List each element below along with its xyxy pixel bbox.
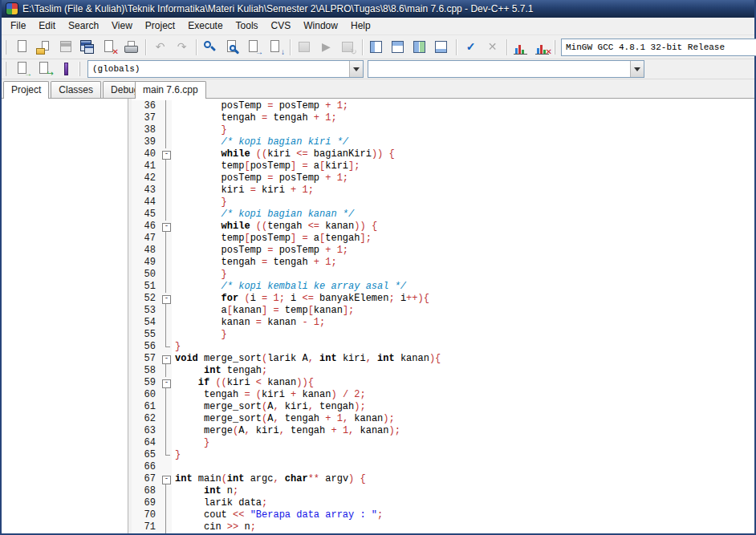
- line-number[interactable]: 51: [132, 281, 161, 293]
- code-line[interactable]: 66: [132, 461, 754, 473]
- line-number[interactable]: 52: [132, 293, 161, 305]
- code-line[interactable]: 41 temp[posTemp] = a[kiri];: [132, 160, 754, 172]
- line-number[interactable]: 58: [132, 365, 161, 377]
- save-all-button[interactable]: [78, 38, 98, 57]
- open-file-button[interactable]: [35, 38, 55, 57]
- code-line[interactable]: 49 tengah = tengah + 1;: [132, 257, 754, 269]
- line-number[interactable]: 57: [132, 353, 161, 365]
- editor-tab-main[interactable]: main 7.6.cpp: [135, 81, 206, 99]
- line-number[interactable]: 59: [132, 377, 161, 389]
- code-line[interactable]: 59 if ((kiri < kanan)){: [132, 377, 754, 389]
- panel-tab-classes[interactable]: Classes: [51, 81, 101, 98]
- code-line[interactable]: 46 while ((tengah <= kanan)) {: [132, 221, 754, 233]
- code-line[interactable]: 61 merge_sort(A, kiri, tengah);: [132, 401, 754, 413]
- line-number[interactable]: 48: [132, 245, 161, 257]
- menu-search[interactable]: Search: [62, 18, 105, 34]
- toolbar-grip[interactable]: [79, 62, 82, 76]
- code-line[interactable]: 69 larik data;: [132, 497, 754, 509]
- line-number[interactable]: 63: [132, 425, 161, 437]
- code-area[interactable]: 36 posTemp = posTemp + 1;37 tengah = ten…: [132, 99, 754, 533]
- line-number[interactable]: 62: [132, 413, 161, 425]
- line-number[interactable]: 49: [132, 257, 161, 269]
- line-number[interactable]: 67: [132, 473, 161, 485]
- line-number[interactable]: 56: [132, 341, 161, 353]
- menu-window[interactable]: Window: [297, 18, 344, 34]
- find-button[interactable]: [201, 38, 221, 57]
- code-line[interactable]: 56}: [132, 341, 754, 353]
- code-line[interactable]: 58 int tengah;: [132, 365, 754, 377]
- code-line[interactable]: 60 tengah = (kiri + kanan) / 2;: [132, 389, 754, 401]
- toggle-bookmark-button[interactable]: [56, 59, 76, 79]
- syntax-check-button[interactable]: ✓: [461, 38, 481, 57]
- line-number[interactable]: 71: [132, 521, 161, 533]
- line-number[interactable]: 47: [132, 233, 161, 245]
- line-number[interactable]: 38: [132, 124, 161, 136]
- code-line[interactable]: 68 int n;: [132, 485, 754, 497]
- delete-profiling-data-button[interactable]: ✕: [533, 38, 553, 57]
- replace-button[interactable]: [222, 38, 242, 57]
- scope-combo[interactable]: (globals): [87, 60, 364, 78]
- fold-toggle[interactable]: [161, 293, 172, 305]
- toolbar-grip[interactable]: [5, 40, 8, 55]
- line-number[interactable]: 45: [132, 209, 161, 221]
- code-line[interactable]: 40 while ((kiri <= bagianKiri)) {: [132, 148, 754, 160]
- code-line[interactable]: 43 kiri = kiri + 1;: [132, 184, 754, 197]
- line-number[interactable]: 37: [132, 112, 161, 124]
- line-number[interactable]: 43: [132, 184, 161, 197]
- view-project-manager-button[interactable]: [367, 38, 387, 57]
- fold-toggle[interactable]: [161, 353, 172, 365]
- compiler-combo[interactable]: MinGW GCC 4.8.1 32-bit Release: [561, 39, 756, 56]
- goto-line-button[interactable]: ↓: [266, 38, 286, 57]
- fold-toggle[interactable]: [161, 473, 172, 485]
- line-number[interactable]: 41: [132, 160, 161, 172]
- code-line[interactable]: 37 tengah = tengah + 1;: [132, 112, 754, 124]
- code-line[interactable]: 70 cout << "Berapa data array : ";: [132, 509, 754, 521]
- fold-toggle[interactable]: [161, 148, 172, 160]
- code-line[interactable]: 57void merge_sort(larik A, int kiri, int…: [132, 353, 754, 365]
- menu-view[interactable]: View: [105, 18, 139, 34]
- panel-tab-project[interactable]: Project: [3, 81, 49, 99]
- line-number[interactable]: 53: [132, 305, 161, 317]
- fold-toggle[interactable]: [161, 221, 172, 233]
- code-line[interactable]: 36 posTemp = posTemp + 1;: [132, 100, 754, 112]
- view-statusbar-button[interactable]: [432, 38, 452, 57]
- line-number[interactable]: 68: [132, 485, 161, 497]
- code-line[interactable]: 54 kanan = kanan - 1;: [132, 317, 754, 329]
- code-line[interactable]: 39 /* kopi bagian kiri */: [132, 136, 754, 148]
- code-line[interactable]: 45 /* kopi bagian kanan */: [132, 209, 754, 221]
- code-line[interactable]: 63 merge(A, kiri, tengah + 1, kanan);: [132, 425, 754, 437]
- code-line[interactable]: 38 }: [132, 124, 754, 136]
- line-number[interactable]: 44: [132, 197, 161, 209]
- code-line[interactable]: 64 }: [132, 437, 754, 449]
- member-combo-arrow[interactable]: [630, 61, 644, 77]
- code-line[interactable]: 50 }: [132, 269, 754, 281]
- code-line[interactable]: 42 posTemp = posTemp + 1;: [132, 172, 754, 184]
- line-number[interactable]: 55: [132, 329, 161, 341]
- code-line[interactable]: 53 a[kanan] = temp[kanan];: [132, 305, 754, 317]
- view-report-window-button[interactable]: [388, 38, 408, 57]
- goto-implementation-button[interactable]: ↪: [35, 59, 55, 79]
- profile-analysis-button[interactable]: [511, 38, 531, 57]
- toolbar-grip[interactable]: [5, 62, 8, 76]
- line-number[interactable]: 36: [132, 100, 161, 112]
- incremental-search-button[interactable]: →: [244, 38, 264, 57]
- code-line[interactable]: 47 temp[posTemp] = a[tengah];: [132, 233, 754, 245]
- view-toolbars-button[interactable]: [410, 38, 430, 57]
- menu-cvs[interactable]: CVS: [265, 18, 298, 34]
- line-number[interactable]: 70: [132, 509, 161, 521]
- menu-execute[interactable]: Execute: [181, 18, 229, 34]
- line-number[interactable]: 69: [132, 497, 161, 509]
- line-number[interactable]: 65: [132, 449, 161, 461]
- code-line[interactable]: 65}: [132, 449, 754, 461]
- line-number[interactable]: 64: [132, 437, 161, 449]
- menu-file[interactable]: File: [4, 18, 32, 34]
- menu-edit[interactable]: Edit: [32, 18, 62, 34]
- code-line[interactable]: 52 for (i = 1; i <= banyakElemen; i++){: [132, 293, 754, 305]
- print-button[interactable]: [121, 38, 141, 57]
- line-number[interactable]: 66: [132, 461, 161, 473]
- menu-project[interactable]: Project: [139, 18, 181, 34]
- close-file-button[interactable]: ✕: [100, 38, 120, 57]
- line-number[interactable]: 54: [132, 317, 161, 329]
- toolbar-grip[interactable]: [554, 40, 557, 55]
- line-number[interactable]: 42: [132, 172, 161, 184]
